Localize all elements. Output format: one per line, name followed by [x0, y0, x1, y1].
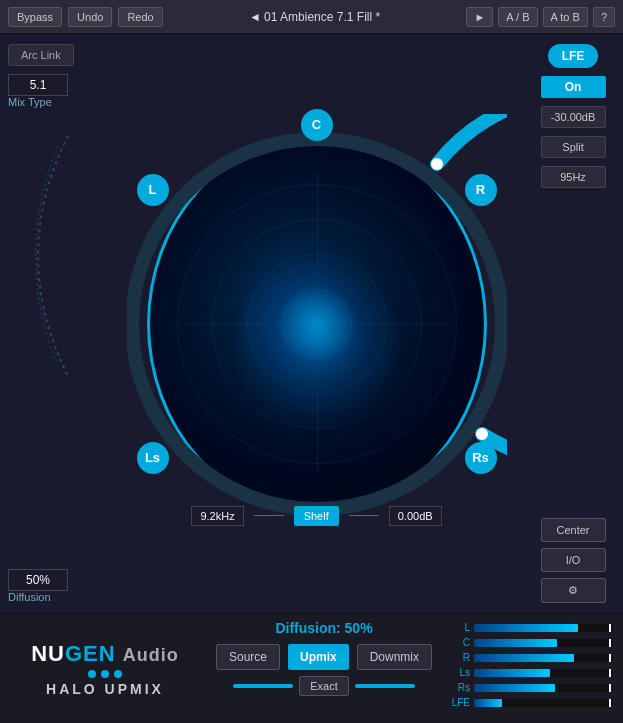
a-to-b-button[interactable]: A to B [543, 7, 588, 27]
center-button[interactable]: Center [541, 518, 606, 542]
meter-row: LFE [448, 697, 613, 708]
logo-audio: Audio [123, 645, 179, 665]
meter-bar-container [474, 654, 613, 662]
product-name: HALO UPMIX [46, 681, 164, 697]
meter-bar-container [474, 699, 613, 707]
diffusion-group: 50% Diffusion [8, 569, 68, 603]
nugen-logo: NUGEN Audio [31, 641, 179, 667]
logo-gen: GEN [65, 641, 116, 666]
diffusion-label: Diffusion [8, 591, 68, 603]
downmix-button[interactable]: Downmix [357, 644, 432, 670]
meter-peak [609, 669, 611, 677]
meter-row: Ls [448, 667, 613, 678]
meter-row: C [448, 637, 613, 648]
meter-bar-container [474, 624, 613, 632]
diffusion-status: Diffusion: 50% [275, 620, 372, 636]
meter-peak [609, 639, 611, 647]
io-button[interactable]: I/O [541, 548, 606, 572]
shelf-line-right [349, 515, 379, 516]
shelf-button[interactable]: Shelf [294, 506, 339, 526]
meter-label-lfe: LFE [448, 697, 470, 708]
left-arc-visual [8, 126, 78, 386]
meter-bar [474, 624, 578, 632]
meter-bar [474, 699, 502, 707]
shelf-freq[interactable]: 9.2kHz [191, 506, 243, 526]
radar-display [147, 134, 487, 514]
center-area: C L R Ls Rs [110, 34, 523, 613]
hz-button[interactable]: 95Hz [541, 166, 606, 188]
meter-bar [474, 654, 574, 662]
shelf-db[interactable]: 0.00dB [389, 506, 442, 526]
meter-bar [474, 639, 557, 647]
meter-peak [609, 624, 611, 632]
left-panel: Arc Link 5.1 Mix Type 50% Diffusion [0, 34, 110, 613]
meter-peak [609, 684, 611, 692]
help-button[interactable]: ? [593, 7, 615, 27]
radar-container: C L R Ls Rs [127, 114, 507, 534]
meter-bar-container [474, 684, 613, 692]
on-button[interactable]: On [541, 76, 606, 98]
meter-bar [474, 669, 550, 677]
shelf-controls: 9.2kHz Shelf 0.00dB [127, 498, 507, 534]
right-bottom-buttons: Center I/O ⚙ [541, 518, 606, 603]
lfe-button[interactable]: LFE [548, 44, 598, 68]
speaker-ls[interactable]: Ls [137, 442, 169, 474]
svg-point-2 [476, 428, 488, 440]
logo-dot-2 [101, 670, 109, 678]
diffusion-value[interactable]: 50% [8, 569, 68, 591]
source-button[interactable]: Source [216, 644, 280, 670]
svg-point-1 [431, 158, 443, 170]
right-panel: LFE On -30.00dB Split 95Hz Center I/O ⚙ [523, 34, 623, 613]
meter-label-ls: Ls [448, 667, 470, 678]
logo-dot-3 [114, 670, 122, 678]
meter-peak [609, 654, 611, 662]
toolbar: Bypass Undo Redo ◄ 01 Ambience 7.1 Fill … [0, 0, 623, 34]
meter-label-rs: Rs [448, 682, 470, 693]
meter-peak [609, 699, 611, 707]
meter-label-r: R [448, 652, 470, 663]
mix-type-group: 5.1 Mix Type [8, 74, 68, 108]
meter-row: R [448, 652, 613, 663]
meter-label-c: C [448, 637, 470, 648]
speaker-l[interactable]: L [137, 174, 169, 206]
mix-type-value[interactable]: 5.1 [8, 74, 68, 96]
bypass-button[interactable]: Bypass [8, 7, 62, 27]
main-area: Arc Link 5.1 Mix Type 50% Diffusion C L … [0, 34, 623, 613]
ab-button[interactable]: A / B [498, 7, 537, 27]
exact-slider-left[interactable] [233, 684, 293, 688]
exact-slider-right[interactable] [355, 684, 415, 688]
meter-bar [474, 684, 555, 692]
speaker-r[interactable]: R [465, 174, 497, 206]
settings-button[interactable]: ⚙ [541, 578, 606, 603]
arc-link-button[interactable]: Arc Link [8, 44, 74, 66]
redo-button[interactable]: Redo [118, 7, 162, 27]
speaker-rs[interactable]: Rs [465, 442, 497, 474]
meter-row: Rs [448, 682, 613, 693]
meter-bar-container [474, 669, 613, 677]
split-button[interactable]: Split [541, 136, 606, 158]
undo-button[interactable]: Undo [68, 7, 112, 27]
exact-button[interactable]: Exact [299, 676, 349, 696]
meter-bar-container [474, 639, 613, 647]
bottom-section: NUGEN Audio HALO UPMIX Diffusion: 50% So… [0, 613, 623, 723]
db-button[interactable]: -30.00dB [541, 106, 606, 128]
mode-buttons: Source Upmix Downmix [216, 644, 432, 670]
logo-dots [88, 670, 122, 678]
shelf-line-left [254, 515, 284, 516]
mix-type-label: Mix Type [8, 96, 68, 108]
meters-area: LCRLsRsLFE [438, 614, 623, 723]
meter-label-l: L [448, 622, 470, 633]
logo-dot-1 [88, 670, 96, 678]
play-button[interactable]: ► [466, 7, 493, 27]
bottom-controls: Diffusion: 50% Source Upmix Downmix Exac… [210, 614, 438, 723]
center-glow [277, 284, 357, 364]
speaker-c[interactable]: C [301, 109, 333, 141]
logo-nu: NU [31, 641, 65, 666]
track-title: ◄ 01 Ambience 7.1 Fill * [169, 10, 461, 24]
exact-row: Exact [233, 676, 415, 696]
toolbar-right: ► A / B A to B ? [466, 7, 615, 27]
brand-area: NUGEN Audio HALO UPMIX [0, 614, 210, 723]
upmix-button[interactable]: Upmix [288, 644, 349, 670]
meter-row: L [448, 622, 613, 633]
